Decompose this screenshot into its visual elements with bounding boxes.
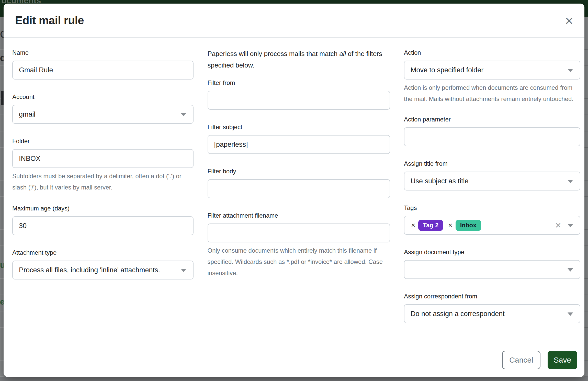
tags-multiselect[interactable]: × Tag 2 × Inbox ✕ xyxy=(404,216,580,235)
backdrop-text-fragment: e xyxy=(0,297,4,307)
filter-body-input[interactable] xyxy=(208,179,390,198)
backdrop-right-strip xyxy=(584,17,588,381)
action-parameter-label: Action parameter xyxy=(404,115,580,124)
field-name: Name xyxy=(12,48,194,80)
assign-correspondent-label: Assign correspondent from xyxy=(404,292,580,301)
tag-pill: Inbox xyxy=(456,220,481,231)
chevron-down-icon xyxy=(568,268,573,272)
action-parameter-input[interactable] xyxy=(404,127,580,146)
field-filter-body: Filter body xyxy=(208,167,390,198)
intro-text-part: Paperless will only process mails that m… xyxy=(208,50,340,58)
field-attachment-type: Attachment type Process all files, inclu… xyxy=(12,248,194,279)
folder-input[interactable] xyxy=(12,149,194,168)
max-age-label: Maximum age (days) xyxy=(12,204,194,213)
name-input[interactable] xyxy=(12,61,194,80)
assign-correspondent-value: Do not assign a correspondent xyxy=(411,310,505,318)
remove-tag-icon[interactable]: × xyxy=(448,222,452,229)
attachment-type-select[interactable]: Process all files, including 'inline' at… xyxy=(12,261,194,279)
field-filter-subject: Filter subject xyxy=(208,122,390,154)
backdrop-left-strip: C c ld u e xyxy=(0,17,4,381)
save-button[interactable]: Save xyxy=(548,351,577,369)
backdrop-text-fragment: ld xyxy=(0,88,4,109)
backdrop-text-fragment: C xyxy=(0,29,4,40)
tags-label: Tags xyxy=(404,203,580,212)
field-account: Account gmail xyxy=(12,92,194,124)
column-actions: Action Move to specified folder Action i… xyxy=(404,48,580,343)
field-assign-title: Assign title from Use subject as title xyxy=(404,159,580,190)
chevron-down-icon xyxy=(568,69,573,72)
attachment-type-value: Process all files, including 'inline' at… xyxy=(19,266,160,274)
filter-attachment-help-text: Only consume documents which entirely ma… xyxy=(208,245,390,279)
column-general: Name Account gmail Folder Subfolders mus… xyxy=(12,48,194,343)
filter-subject-input[interactable] xyxy=(208,135,390,154)
clear-tags-icon[interactable]: ✕ xyxy=(555,221,561,230)
assign-title-label: Assign title from xyxy=(404,159,580,168)
chevron-down-icon xyxy=(568,180,573,183)
assign-title-select[interactable]: Use subject as title xyxy=(404,172,580,190)
assign-correspondent-select[interactable]: Do not assign a correspondent xyxy=(404,304,580,323)
folder-help-text: Subfolders must be separated by a delimi… xyxy=(12,171,194,193)
remove-tag-icon[interactable]: × xyxy=(411,222,415,229)
assign-doc-type-label: Assign document type xyxy=(404,248,580,257)
backdrop-text-fragment: c xyxy=(0,53,4,63)
account-label: Account xyxy=(12,92,194,102)
tag-pill: Tag 2 xyxy=(418,220,443,231)
filter-from-label: Filter from xyxy=(208,78,390,87)
dialog-footer: Cancel Save xyxy=(4,343,584,377)
edit-mail-rule-dialog: Edit mail rule ✕ Name Account gmail Fold… xyxy=(4,4,584,377)
chevron-down-icon xyxy=(568,312,573,316)
field-action: Action Move to specified folder Action i… xyxy=(404,48,580,105)
dialog-title: Edit mail rule xyxy=(15,14,84,27)
filter-body-label: Filter body xyxy=(208,167,390,176)
field-filter-attachment: Filter attachment filename Only consume … xyxy=(208,211,390,279)
action-label: Action xyxy=(404,48,580,57)
action-value: Move to specified folder xyxy=(411,66,483,74)
cancel-button[interactable]: Cancel xyxy=(502,351,540,369)
assign-title-value: Use subject as title xyxy=(411,177,469,185)
name-label: Name xyxy=(12,48,194,57)
close-icon[interactable]: ✕ xyxy=(561,13,577,29)
folder-label: Folder xyxy=(12,137,194,146)
field-tags: Tags × Tag 2 × Inbox ✕ xyxy=(404,203,580,235)
filter-subject-label: Filter subject xyxy=(208,122,390,132)
field-filter-from: Filter from xyxy=(208,78,390,110)
chevron-down-icon xyxy=(181,269,186,272)
backdrop-bottom-strip xyxy=(0,377,588,381)
account-value: gmail xyxy=(19,110,36,118)
filter-from-input[interactable] xyxy=(208,91,390,110)
filter-attachment-input[interactable] xyxy=(208,223,390,242)
field-folder: Folder Subfolders must be separated by a… xyxy=(12,137,194,193)
chevron-down-icon xyxy=(181,113,186,116)
assign-doc-type-select[interactable] xyxy=(404,260,580,279)
filters-intro-text: Paperless will only process mails that m… xyxy=(208,48,390,71)
action-select[interactable]: Move to specified folder xyxy=(404,61,580,80)
filter-attachment-label: Filter attachment filename xyxy=(208,211,390,220)
dialog-header: Edit mail rule xyxy=(4,4,584,38)
chevron-down-icon xyxy=(568,224,573,227)
field-assign-correspondent: Assign correspondent from Do not assign … xyxy=(404,292,580,323)
field-assign-doc-type: Assign document type xyxy=(404,248,580,279)
action-help-text: Action is only performed when documents … xyxy=(404,82,580,105)
dialog-body: Name Account gmail Folder Subfolders mus… xyxy=(12,38,580,343)
account-select[interactable]: gmail xyxy=(12,105,194,124)
intro-text-emphasis: all xyxy=(339,50,346,58)
backdrop-text-fragment: u xyxy=(0,260,4,270)
attachment-type-label: Attachment type xyxy=(12,248,194,257)
max-age-input[interactable] xyxy=(12,216,194,235)
field-max-age: Maximum age (days) xyxy=(12,204,194,235)
column-filters: Paperless will only process mails that m… xyxy=(208,48,390,343)
field-action-parameter: Action parameter xyxy=(404,115,580,146)
